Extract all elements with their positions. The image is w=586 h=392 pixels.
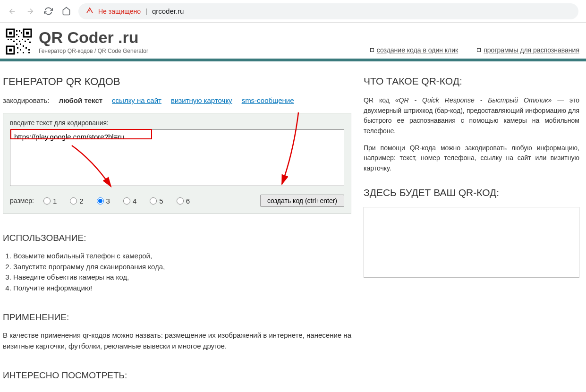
application-heading: ПРИМЕНЕНИЕ: xyxy=(3,312,351,323)
home-button[interactable] xyxy=(61,7,71,16)
url-separator: | xyxy=(145,7,147,15)
size-radio-6[interactable]: 6 xyxy=(177,197,190,205)
size-radio-1[interactable]: 1 xyxy=(43,197,57,205)
size-radio-3[interactable]: 3 xyxy=(97,197,110,205)
aside-column: ЧТО ТАКОЕ QR-КОД: QR код «QR - Quick Res… xyxy=(364,76,579,388)
svg-rect-30 xyxy=(28,52,30,53)
usage-list: Возьмите мобильный телефон с камерой, За… xyxy=(3,251,351,293)
svg-rect-21 xyxy=(16,43,17,45)
svg-rect-10 xyxy=(16,34,17,35)
reload-button[interactable] xyxy=(43,7,53,16)
link-one-click[interactable]: создание кода в один клик xyxy=(370,46,459,54)
square-bullet-icon xyxy=(477,48,481,52)
back-button[interactable] xyxy=(8,7,17,16)
usage-step: Наведите объектив камеры на код, xyxy=(13,272,351,283)
tab-url[interactable]: ссылку на сайт xyxy=(112,96,161,104)
link-programs[interactable]: программы для распознавания xyxy=(477,46,579,54)
address-bar[interactable]: Не защищено | qrcoder.ru xyxy=(78,3,578,19)
site-subtitle: Генератор QR-кодов / QR Code Generator xyxy=(39,48,148,54)
size-radios: 1 2 3 4 5 6 xyxy=(43,197,190,205)
square-bullet-icon xyxy=(370,48,374,52)
interesting-heading: ИНТЕРЕСНО ПОСМОТРЕТЬ: xyxy=(3,370,351,381)
svg-rect-23 xyxy=(23,45,24,47)
svg-rect-19 xyxy=(27,39,29,40)
page-body: ГЕНЕРАТОР QR КОДОВ закодировать: любой т… xyxy=(0,61,586,388)
encode-textarea[interactable] xyxy=(10,129,344,186)
svg-rect-26 xyxy=(25,47,27,49)
size-radio-4[interactable]: 4 xyxy=(123,197,136,205)
svg-rect-20 xyxy=(29,42,31,43)
svg-rect-11 xyxy=(18,36,19,37)
textarea-label: введите текст для кодирования: xyxy=(10,119,344,127)
main-column: ГЕНЕРАТОР QR КОДОВ закодировать: любой т… xyxy=(3,76,351,388)
svg-rect-2 xyxy=(9,32,12,34)
encode-label: закодировать: xyxy=(3,96,49,104)
application-section: ПРИМЕНЕНИЕ: В качестве применения qr-код… xyxy=(3,312,351,351)
svg-rect-24 xyxy=(17,47,18,49)
application-text: В качестве применения qr-кодов можно наз… xyxy=(3,330,351,351)
site-header: QR Coder .ru Генератор QR-кодов / QR Cod… xyxy=(0,23,586,59)
size-radio-5[interactable]: 5 xyxy=(150,197,163,205)
usage-step: Возьмите мобильный телефон с камерой, xyxy=(13,251,351,262)
svg-rect-15 xyxy=(16,39,17,40)
size-radio-2[interactable]: 2 xyxy=(70,197,83,205)
svg-rect-29 xyxy=(23,52,24,53)
warning-icon xyxy=(86,7,93,16)
encode-form: введите текст для кодирования: размер: 1… xyxy=(3,113,351,214)
qr-logo-icon xyxy=(6,28,32,55)
encode-tabs: закодировать: любой текст ссылку на сайт… xyxy=(3,96,351,104)
tab-sms[interactable]: sms-сообщение xyxy=(242,96,294,104)
url-text: qrcoder.ru xyxy=(152,7,184,15)
usage-heading: ИСПОЛЬЗОВАНИЕ: xyxy=(3,233,351,243)
usage-step: Получите информацию! xyxy=(13,283,351,294)
svg-rect-7 xyxy=(16,30,17,32)
svg-rect-17 xyxy=(22,39,23,40)
what-paragraph-1: QR код «QR - Quick Response - Быстрый От… xyxy=(364,95,579,136)
browser-toolbar: Не защищено | qrcoder.ru xyxy=(0,0,586,23)
header-links: создание кода в один клик программы для … xyxy=(370,46,579,54)
svg-rect-18 xyxy=(25,41,26,42)
svg-rect-22 xyxy=(20,43,21,45)
tab-vcard[interactable]: визитную карточку xyxy=(171,96,232,104)
site-title: QR Coder .ru xyxy=(39,28,148,47)
security-label: Не защищено xyxy=(98,8,141,15)
usage-section: ИСПОЛЬЗОВАНИЕ: Возьмите мобильный телефо… xyxy=(3,233,351,293)
svg-rect-9 xyxy=(21,32,22,34)
forward-button[interactable] xyxy=(25,7,35,16)
what-paragraph-2: При помощи QR-кода можно закодировать лю… xyxy=(364,143,579,174)
interesting-section: ИНТЕРЕСНО ПОСМОТРЕТЬ: xyxy=(3,370,351,381)
size-row: размер: 1 2 3 4 5 6 создать код (ctrl+en… xyxy=(10,195,344,207)
logo-text-block: QR Coder .ru Генератор QR-кодов / QR Cod… xyxy=(39,28,148,54)
link-programs-label: программы для распознавания xyxy=(484,46,579,54)
svg-rect-28 xyxy=(17,52,18,53)
svg-rect-27 xyxy=(28,49,30,51)
link-one-click-label: создание кода в один клик xyxy=(377,46,459,54)
what-heading: ЧТО ТАКОЕ QR-КОД: xyxy=(364,76,579,87)
svg-rect-6 xyxy=(9,49,12,51)
svg-rect-25 xyxy=(20,49,21,51)
svg-rect-13 xyxy=(10,39,12,40)
size-label: размер: xyxy=(10,197,34,205)
svg-rect-12 xyxy=(8,39,9,40)
create-button[interactable]: создать код (ctrl+enter) xyxy=(260,195,344,207)
svg-rect-14 xyxy=(13,41,15,42)
qr-output-box xyxy=(364,207,579,278)
usage-step: Запустите программу для сканирования код… xyxy=(13,262,351,273)
svg-rect-4 xyxy=(26,32,29,34)
main-heading: ГЕНЕРАТОР QR КОДОВ xyxy=(3,76,351,88)
nav-icon-group xyxy=(8,7,71,16)
output-heading: ЗДЕСЬ БУДЕТ ВАШ QR-КОД: xyxy=(364,187,579,198)
tab-any-text[interactable]: любой текст xyxy=(59,96,102,104)
svg-rect-8 xyxy=(19,30,20,32)
svg-rect-16 xyxy=(19,41,20,42)
